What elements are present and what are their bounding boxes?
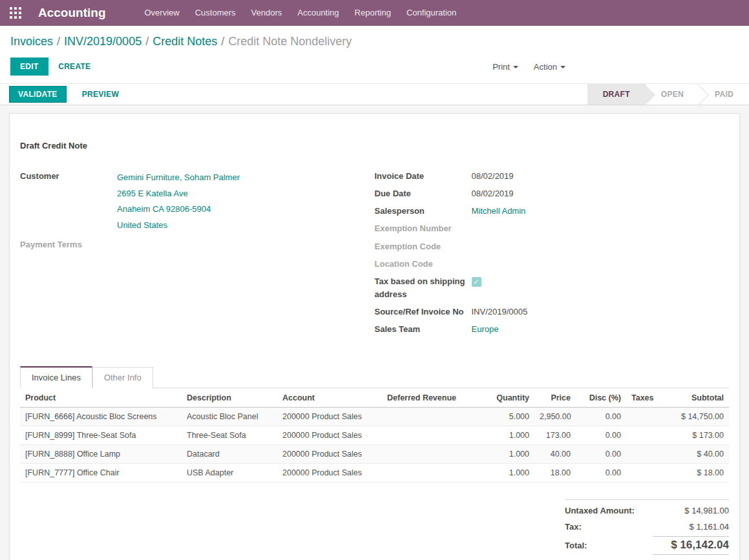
quantity-cell: 5.000 <box>459 408 534 426</box>
left-field-group: Customer Gemini Furniture, Soham Palmer … <box>20 170 375 340</box>
nav-overview[interactable]: Overview <box>137 0 187 26</box>
tax-shipping-field: Tax based on shipping address ✓ <box>375 275 730 301</box>
untaxed-amount-label: Untaxed Amount: <box>565 506 635 515</box>
breadcrumb-separator: / <box>221 35 224 48</box>
table-header-row: Product Description Account Deferred Rev… <box>20 388 729 408</box>
tab-other-info[interactable]: Other Info <box>92 367 153 388</box>
salesperson-label: Salesperson <box>375 205 472 218</box>
status-draft[interactable]: DRAFT <box>587 84 646 105</box>
print-dropdown-label: Print <box>492 62 510 72</box>
col-disc: Disc (%) <box>576 388 626 408</box>
tax-shipping-checkbox[interactable]: ✓ <box>472 277 481 287</box>
subtotal-cell: $ 173.00 <box>666 426 729 445</box>
total-label: Total: <box>565 541 587 550</box>
breadcrumb-invoices[interactable]: Invoices <box>10 35 53 48</box>
description-cell: Acoustic Bloc Panel <box>182 408 277 426</box>
breadcrumb-credit-notes[interactable]: Credit Notes <box>153 35 217 48</box>
source-ref-value: INV/2019/0005 <box>472 306 730 318</box>
tax-shipping-label: Tax based on shipping address <box>375 275 472 301</box>
invoice-line-row[interactable]: [FURN_8888] Office Lamp Datacard 200000 … <box>20 445 729 464</box>
product-cell: [FURN_6666] Acoustic Bloc Screens <box>20 408 182 426</box>
nav-reporting[interactable]: Reporting <box>347 0 399 26</box>
account-cell: 200000 Product Sales <box>277 426 382 445</box>
col-price: Price <box>534 388 576 408</box>
col-product: Product <box>20 388 182 408</box>
sales-team-field: Sales Team Europe <box>375 323 730 336</box>
total-value: $ 16,142.04 <box>653 536 729 555</box>
deferred-cell <box>382 426 459 445</box>
customer-label: Customer <box>20 170 117 183</box>
nav-vendors[interactable]: Vendors <box>244 0 290 26</box>
deferred-cell <box>382 445 459 464</box>
create-button[interactable]: CREATE <box>50 58 98 75</box>
customer-street-link[interactable]: 2695 E Katella Ave <box>117 186 375 202</box>
invoice-date-field: Invoice Date 08/02/2019 <box>375 170 730 183</box>
action-dropdown[interactable]: Action <box>529 59 571 74</box>
price-cell: 40.00 <box>534 445 576 464</box>
exemption-number-field: Exemption Number <box>375 222 730 235</box>
sales-team-link[interactable]: Europe <box>472 324 499 334</box>
price-cell: 18.00 <box>534 464 576 482</box>
salesperson-link[interactable]: Mitchell Admin <box>472 206 526 216</box>
deferred-cell <box>382 408 459 426</box>
account-cell: 200000 Product Sales <box>277 408 382 426</box>
chevron-down-icon <box>513 66 518 68</box>
invoice-line-row[interactable]: [FURN_6666] Acoustic Bloc Screens Acoust… <box>20 408 729 426</box>
right-field-group: Invoice Date 08/02/2019 Due Date 08/02/2… <box>375 170 730 340</box>
content-area: Draft Credit Note Customer Gemini Furnit… <box>0 105 749 560</box>
customer-name-link[interactable]: Gemini Furniture, Soham Palmer <box>117 170 375 186</box>
status-pipeline: DRAFT OPEN PAID <box>587 84 749 105</box>
breadcrumb-separator: / <box>57 35 60 48</box>
description-cell: USB Adapter <box>182 464 277 482</box>
chevron-down-icon <box>560 66 565 68</box>
control-panel: Invoices/INV/2019/0005/Credit Notes/Cred… <box>0 26 749 83</box>
breadcrumb-invoice-number[interactable]: INV/2019/0005 <box>64 35 142 48</box>
due-date-value: 08/02/2019 <box>472 187 730 200</box>
totals-block: Untaxed Amount: $ 14,981.00 Tax: $ 1,161… <box>565 499 729 558</box>
print-dropdown[interactable]: Print <box>487 59 523 74</box>
tab-invoice-lines[interactable]: Invoice Lines <box>20 366 92 388</box>
action-dropdown-label: Action <box>534 62 557 72</box>
price-cell: 2,950.00 <box>534 408 576 426</box>
validate-button[interactable]: VALIDATE <box>9 86 67 103</box>
product-cell: [FURN_8888] Office Lamp <box>20 445 182 464</box>
notebook-tabs: Invoice Lines Other Info <box>20 366 729 388</box>
nav-configuration[interactable]: Configuration <box>399 0 464 26</box>
customer-country-link[interactable]: United States <box>117 218 375 234</box>
quantity-cell: 1.000 <box>459 445 534 464</box>
disc-cell: 0.00 <box>576 426 626 445</box>
app-brand[interactable]: Accounting <box>38 6 106 20</box>
account-cell: 200000 Product Sales <box>277 445 382 464</box>
exemption-code-label: Exemption Code <box>375 240 472 253</box>
taxes-cell <box>626 426 666 445</box>
invoice-line-row[interactable]: [FURN_7777] Office Chair USB Adapter 200… <box>20 464 729 482</box>
apps-grid-icon[interactable] <box>10 7 21 19</box>
invoice-line-row[interactable]: [FURN_8999] Three-Seat Sofa Three-Seat S… <box>20 426 729 445</box>
top-navbar: Accounting Overview Customers Vendors Ac… <box>0 0 749 26</box>
customer-field: Customer Gemini Furniture, Soham Palmer … <box>20 170 375 234</box>
untaxed-amount-value: $ 14,981.00 <box>684 506 729 515</box>
subtotal-cell: $ 14,750.00 <box>666 408 729 426</box>
sales-team-label: Sales Team <box>375 323 472 336</box>
description-cell: Datacard <box>182 445 277 464</box>
taxes-cell <box>626 464 666 482</box>
preview-button[interactable]: PREVIEW <box>74 86 127 103</box>
exemption-number-label: Exemption Number <box>375 222 472 235</box>
tax-label: Tax: <box>565 522 582 532</box>
breadcrumb-separator: / <box>145 35 149 48</box>
invoice-date-label: Invoice Date <box>375 170 472 183</box>
quantity-cell: 1.000 <box>459 464 534 482</box>
source-ref-label: Source/Ref Invoice No <box>375 306 472 318</box>
edit-button[interactable]: EDIT <box>10 57 48 76</box>
col-taxes: Taxes <box>626 388 666 408</box>
customer-city-link[interactable]: Anaheim CA 92806-5904 <box>117 202 375 218</box>
nav-customers[interactable]: Customers <box>187 0 244 26</box>
deferred-cell <box>382 464 459 482</box>
salesperson-field: Salesperson Mitchell Admin <box>375 205 730 218</box>
invoice-lines-table: Product Description Account Deferred Rev… <box>20 388 729 482</box>
tax-row: Tax: $ 1,161.04 <box>565 519 729 535</box>
subtotal-cell: $ 18.00 <box>666 464 729 482</box>
nav-accounting[interactable]: Accounting <box>290 0 346 26</box>
location-code-field: Location Code <box>375 258 730 271</box>
col-description: Description <box>182 388 277 408</box>
